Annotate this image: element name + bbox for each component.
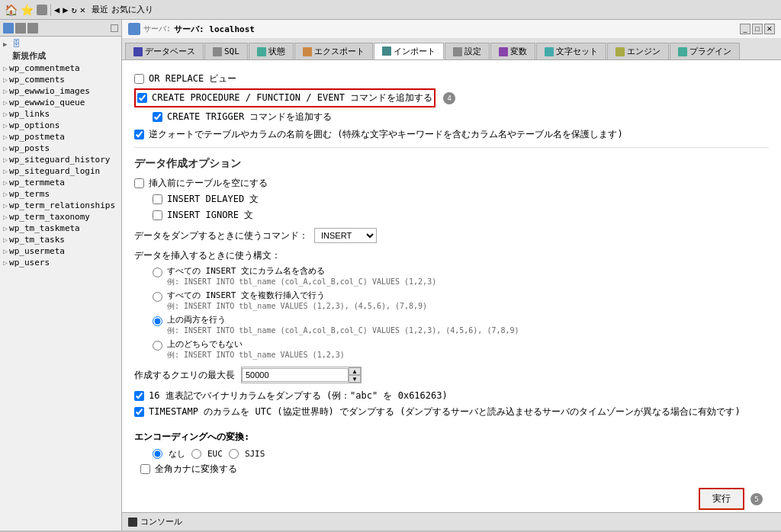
radio-3[interactable]: [153, 316, 162, 326]
hex-dump-checkbox[interactable]: [134, 391, 144, 401]
sidebar-item-wp-users[interactable]: ▷ wp_users: [0, 257, 121, 268]
sidebar-label: wp_ewwwio_images: [9, 86, 90, 96]
create-procedure-checkbox[interactable]: [137, 93, 147, 103]
tab-variables[interactable]: 変数: [490, 43, 535, 59]
radio-1[interactable]: [153, 268, 162, 277]
tab-charset[interactable]: 文字セット: [536, 43, 606, 59]
minimize-btn[interactable]: _: [740, 24, 750, 34]
create-trigger-row: CREATE TRIGGER コマンドを追加する: [153, 111, 769, 123]
encoding-nashi-label: なし: [169, 448, 185, 460]
tab-sql[interactable]: SQL: [204, 43, 248, 59]
spinbox-up-btn[interactable]: ▲: [349, 367, 361, 375]
encoding-sjis-radio[interactable]: [229, 449, 239, 459]
timestamp-utc-checkbox[interactable]: [134, 407, 144, 417]
star-icon[interactable]: ⭐: [21, 4, 34, 16]
sidebar-label: wp_postmeta: [9, 132, 65, 142]
sidebar-item-wp-links[interactable]: ▷ wp_links: [0, 108, 121, 120]
content-area: サーバ: サーバ: localhost _ □ ✕ データベース SQL 状態: [122, 20, 781, 530]
db-icon: 🗄: [12, 39, 21, 49]
sidebar-item-wp-termmeta[interactable]: ▷ wp_termmeta: [0, 177, 121, 188]
truncate-checkbox[interactable]: [134, 178, 144, 188]
tab-engine[interactable]: エンジン: [607, 43, 669, 59]
radio-main-2: すべての INSERT 文を複数行挿入で行う: [167, 290, 427, 301]
sidebar-item-wp-options[interactable]: ▷ wp_options: [0, 120, 121, 131]
sidebar-item-wp-usermeta[interactable]: ▷ wp_usermeta: [0, 245, 121, 257]
execute-button[interactable]: 実行: [699, 488, 744, 510]
spinbox-buttons: ▲ ▼: [349, 367, 361, 383]
tab-database[interactable]: データベース: [125, 43, 204, 59]
sidebar-label: wp_comments: [9, 75, 65, 85]
box-icon[interactable]: [37, 5, 47, 15]
sidebar-item-wp-posts[interactable]: ▷ wp_posts: [0, 143, 121, 154]
sidebar-label: wp_posts: [9, 143, 50, 153]
sidebar-new-label: 新規作成: [12, 50, 46, 62]
create-trigger-checkbox[interactable]: [153, 112, 162, 122]
sidebar-db-expand[interactable]: ▶ 🗄: [0, 38, 121, 50]
backquote-checkbox[interactable]: [134, 130, 144, 139]
encoding-euc-radio[interactable]: [191, 449, 201, 459]
nav-recent-label: 最近: [92, 4, 108, 15]
sidebar-label: wp_siteguard_history: [9, 155, 110, 165]
spinbox-down-btn[interactable]: ▼: [349, 375, 361, 383]
tab-status-label: 状態: [268, 46, 285, 57]
radio-label-4: 上のどちらでもない 例: INSERT INTO tbl_name VALUES…: [167, 338, 345, 361]
table-icon: ▷: [3, 167, 8, 175]
sidebar-item-wp-comments[interactable]: ▷ wp_comments: [0, 74, 121, 85]
encoding-nashi-radio[interactable]: [153, 449, 162, 459]
table-icon: ▷: [3, 236, 8, 244]
tab-plugin[interactable]: プラグイン: [670, 43, 740, 59]
tab-settings-label: 設定: [464, 46, 481, 57]
home-icon[interactable]: 🏠: [5, 4, 18, 16]
create-trigger-label: CREATE TRIGGER コマンドを追加する: [167, 111, 332, 123]
radio-main-3: 上の両方を行う: [167, 314, 519, 325]
sidebar-tool1[interactable]: [3, 23, 14, 34]
execute-btn-container: 実行 5: [134, 488, 769, 510]
sidebar-tool3[interactable]: [27, 23, 38, 34]
insert-delayed-label: INSERT DELAYED 文: [167, 193, 259, 206]
insert-delayed-checkbox[interactable]: [153, 194, 162, 204]
sidebar-item-wp-postmeta[interactable]: ▷ wp_postmeta: [0, 131, 121, 143]
tab-status[interactable]: 状態: [249, 43, 294, 59]
variables-tab-icon: [499, 47, 508, 56]
tab-export[interactable]: エクスポート: [294, 43, 373, 59]
tab-plugin-label: プラグイン: [689, 46, 731, 57]
dump-command-select[interactable]: INSERT UPDATE REPLACE: [314, 228, 377, 243]
console-label: コンソール: [140, 516, 182, 527]
sidebar-item-wp-ewwwio-queue[interactable]: ▷ wp_ewwwio_queue: [0, 97, 121, 108]
sidebar-item-wp-tm-taskmeta[interactable]: ▷ wp_tm_taskmeta: [0, 223, 121, 234]
encoding-title-row: エンコーディングへの変換:: [134, 431, 769, 444]
maximize-btn[interactable]: □: [752, 24, 763, 34]
sidebar-label: wp_term_relationships: [9, 200, 115, 210]
refresh-icon[interactable]: ↻: [71, 5, 76, 15]
tab-settings[interactable]: 設定: [445, 43, 490, 59]
sidebar: ▶ 🗄 新規作成 ▷ wp_commentmeta ▷ wp_comments …: [0, 20, 122, 530]
sidebar-item-wp-ewwwio-images[interactable]: ▷ wp_ewwwio_images: [0, 85, 121, 97]
zenkaku-checkbox[interactable]: [140, 464, 150, 474]
sidebar-items: ▶ 🗄 新規作成 ▷ wp_commentmeta ▷ wp_comments …: [0, 37, 121, 270]
back-icon[interactable]: ◀: [54, 5, 59, 15]
sidebar-item-wp-terms[interactable]: ▷ wp_terms: [0, 188, 121, 200]
radio-4[interactable]: [153, 341, 162, 351]
insert-ignore-checkbox[interactable]: [153, 210, 162, 220]
tab-import[interactable]: インポート: [374, 43, 444, 59]
sidebar-item-wp-term-taxonomy[interactable]: ▷ wp_term_taxonomy: [0, 211, 121, 223]
close-btn[interactable]: ✕: [764, 24, 775, 34]
sidebar-item-wp-tm-tasks[interactable]: ▷ wp_tm_tasks: [0, 234, 121, 245]
backquote-label: 逆クォートでテーブルやカラムの名前を囲む (特殊な文字やキーワードを含むカラム名…: [149, 128, 623, 141]
insert-syntax-label: データを挿入するときに使う構文：: [134, 250, 281, 261]
or-replace-checkbox[interactable]: [134, 74, 144, 84]
sidebar-label: wp_termmeta: [9, 178, 65, 187]
export-tab-icon: [303, 47, 312, 56]
sidebar-collapse-btn[interactable]: [111, 24, 118, 32]
stop-icon[interactable]: ✕: [80, 5, 85, 15]
truncate-label: 挿入前にテーブルを空にする: [149, 177, 268, 190]
sidebar-item-wp-siteguard-login[interactable]: ▷ wp_siteguard_login: [0, 165, 121, 177]
sidebar-tool2[interactable]: [15, 23, 26, 34]
radio-2[interactable]: [153, 292, 162, 302]
max-query-input[interactable]: [242, 368, 349, 382]
sidebar-item-wp-term-relationships[interactable]: ▷ wp_term_relationships: [0, 200, 121, 211]
forward-icon[interactable]: ▶: [63, 5, 68, 15]
sidebar-item-wp-siteguard-history[interactable]: ▷ wp_siteguard_history: [0, 154, 121, 165]
sidebar-item-new[interactable]: 新規作成: [0, 50, 121, 62]
sidebar-item-wp-commentmeta[interactable]: ▷ wp_commentmeta: [0, 62, 121, 74]
